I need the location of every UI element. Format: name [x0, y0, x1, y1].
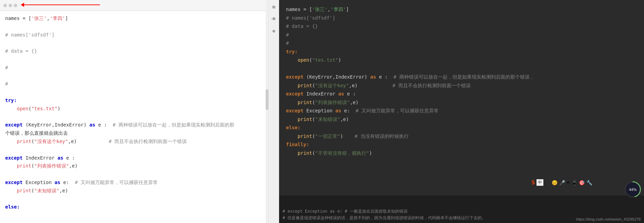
dot3 [14, 4, 17, 7]
r-code-line: # [286, 39, 637, 48]
r-code-line: except IndexError as e : [286, 90, 637, 98]
sougou-logo: S [532, 179, 535, 186]
right-panel: names = ['张三','李四'] # names['sdfsdf'] # … [279, 0, 644, 223]
collapse-icon[interactable]: ⊞ [270, 3, 277, 10]
svg-text:44%: 44% [629, 187, 636, 192]
code-line: except (KeyError,IndexError) as e : # 两种… [5, 121, 263, 129]
left-code: names = ['张三','李四'] # names['sdfsdf'] # … [0, 11, 268, 223]
code-line: print("未知错误",e) [5, 187, 263, 195]
code-line: # names['sdfsdf'] [5, 31, 263, 39]
r-code-line: finally: [286, 140, 637, 149]
code-line [5, 72, 263, 80]
r-code-line: print("不管有没有错，都执行") [286, 149, 637, 158]
r-code-line: print("列表操作错误",e) [286, 98, 637, 107]
input-target[interactable]: 🎯 [579, 180, 585, 185]
code-line: names = ['张三','李四'] [5, 14, 263, 23]
url-bar: https://blog.csdn.net/weixin_43295278 [576, 217, 641, 221]
code-line: # [5, 80, 263, 88]
code-line [5, 195, 263, 203]
r-code-line: print("未知错误",e) [286, 115, 637, 124]
r-code-line: # [286, 31, 637, 39]
input-mic[interactable]: 🎤 [559, 180, 565, 185]
code-line [5, 23, 263, 31]
r-code-line: except (KeyError,IndexError) as e : # 两种… [286, 73, 637, 81]
code-line [5, 113, 263, 121]
r-code-line: # names['sdfsdf'] [286, 14, 637, 22]
dot1 [3, 4, 7, 7]
code-line: # [5, 64, 263, 72]
input-emoji[interactable]: 😊 [552, 180, 558, 185]
code-line [5, 39, 263, 47]
left-scrollbar[interactable] [266, 0, 268, 223]
bottom-comment-1: # except Exception as e: # 一般是放在后面抓取未知的错… [283, 208, 641, 215]
r-code-line: try: [286, 48, 637, 56]
code-line [5, 170, 263, 179]
code-line: print("没有这个key",e) # 而且不会执行检测到前面一个错误 [5, 138, 263, 146]
code-line: else: [5, 203, 263, 211]
code-line [5, 55, 263, 64]
middle-tools: ⊞ 👁 ⊕ [269, 0, 279, 223]
input-cn[interactable]: 中 [536, 179, 543, 186]
input-keyboard[interactable]: ⌨ [567, 180, 570, 185]
r-code-line [286, 64, 637, 73]
code-line: print("列表操作错误",e) [5, 162, 263, 170]
r-code-line: names = ['张三','李四'] [286, 5, 637, 14]
arrow-line [24, 4, 100, 5]
input-punct[interactable]: ° [545, 180, 547, 185]
arrow-head [21, 3, 24, 7]
window-dots [3, 4, 17, 7]
dot2 [9, 4, 12, 7]
r-code-line: open("tes.txt") [286, 56, 637, 64]
left-top-bar [0, 0, 268, 11]
r-code-line: except Exception as e: # 又叫做万能异常，可以捕获任意异… [286, 107, 637, 115]
input-phone[interactable]: 📱 [571, 180, 577, 185]
code-line [5, 146, 263, 154]
r-code-line: print("一切正常") # 当没有错误的时候执行 [286, 132, 637, 141]
code-line: except IndexError as e : [5, 154, 263, 162]
input-settings[interactable]: 🔧 [586, 180, 592, 185]
left-panel: names = ['张三','李四'] # names['sdfsdf'] # … [0, 0, 269, 223]
red-arrow [21, 3, 100, 7]
code-line: open("tes.txt") [5, 105, 263, 113]
eye-icon[interactable]: 👁 [270, 16, 277, 22]
right-code: names = ['张三','李四'] # names['sdfsdf'] # … [279, 0, 644, 195]
code-line: # data = {} [5, 47, 263, 55]
percent-circle: 44% [623, 180, 642, 199]
input-comma[interactable]: , [549, 180, 550, 185]
input-method-bar[interactable]: S 中 ° , 😊 🎤 ⌨ 📱 🎯 🔧 [532, 179, 592, 186]
plus-icon[interactable]: ⊕ [270, 28, 277, 34]
r-code-line: else: [286, 123, 637, 132]
code-line [5, 88, 263, 97]
code-line: 个错误，那么直接就会跳出去 [5, 129, 263, 138]
r-code-line: print("没有这个key",e) # 而且不会执行检测到前面一个错误 [286, 81, 637, 90]
code-line: except Exception as e: # 又叫做万能异常，可以捕获任意异… [5, 179, 263, 187]
left-scrollbar-thumb[interactable] [266, 89, 268, 110]
code-line: try: [5, 97, 263, 105]
r-code-line: # data = {} [286, 22, 637, 31]
